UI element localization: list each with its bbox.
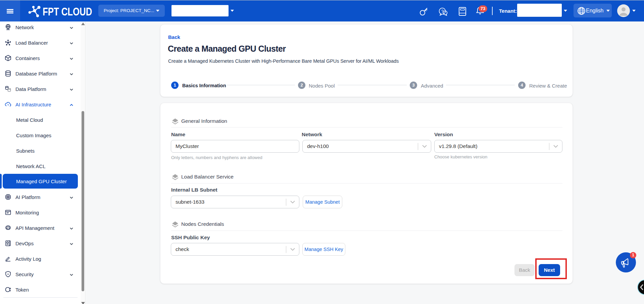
svg-text:?: ? (441, 9, 444, 14)
svg-text:API: API (7, 227, 9, 229)
svg-text:AI: AI (7, 196, 9, 198)
